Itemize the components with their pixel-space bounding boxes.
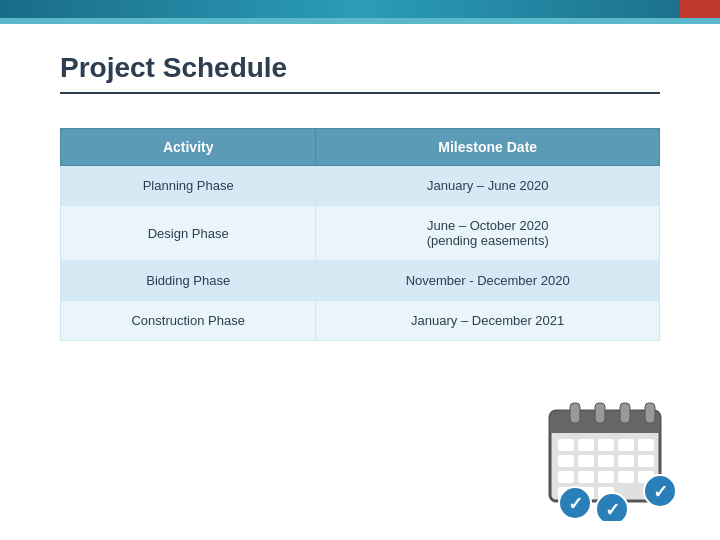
svg-rect-6 (645, 403, 655, 423)
milestone-cell: November - December 2020 (316, 261, 660, 301)
svg-rect-16 (638, 455, 654, 467)
svg-rect-8 (578, 439, 594, 451)
milestone-cell: January – June 2020 (316, 166, 660, 206)
table-row: Design PhaseJune – October 2020(pending … (61, 206, 660, 261)
svg-rect-7 (558, 439, 574, 451)
svg-rect-18 (578, 471, 594, 483)
svg-rect-19 (598, 471, 614, 483)
title-section: Project Schedule (0, 24, 720, 110)
top-bar (0, 0, 720, 18)
svg-rect-2 (550, 424, 660, 433)
table-row: Bidding PhaseNovember - December 2020 (61, 261, 660, 301)
svg-rect-3 (570, 403, 580, 423)
activity-cell: Construction Phase (61, 301, 316, 341)
page-title: Project Schedule (60, 52, 660, 94)
activity-cell: Design Phase (61, 206, 316, 261)
svg-rect-13 (578, 455, 594, 467)
table-row: Construction PhaseJanuary – December 202… (61, 301, 660, 341)
svg-rect-10 (618, 439, 634, 451)
svg-text:✓: ✓ (568, 494, 583, 514)
svg-text:✓: ✓ (605, 500, 620, 520)
svg-rect-12 (558, 455, 574, 467)
activity-cell: Bidding Phase (61, 261, 316, 301)
top-bar-accent (680, 0, 720, 18)
svg-rect-9 (598, 439, 614, 451)
calendar-icon: ✓ ✓ ✓ (540, 391, 680, 521)
calendar-decoration: ✓ ✓ ✓ (540, 391, 680, 525)
col-header-activity: Activity (61, 129, 316, 166)
svg-rect-4 (595, 403, 605, 423)
svg-rect-20 (618, 471, 634, 483)
svg-rect-11 (638, 439, 654, 451)
col-header-milestone: Milestone Date (316, 129, 660, 166)
table-row: Planning PhaseJanuary – June 2020 (61, 166, 660, 206)
svg-text:✓: ✓ (653, 482, 668, 502)
svg-rect-5 (620, 403, 630, 423)
svg-rect-15 (618, 455, 634, 467)
schedule-table: Activity Milestone Date Planning PhaseJa… (60, 128, 660, 341)
svg-rect-17 (558, 471, 574, 483)
activity-cell: Planning Phase (61, 166, 316, 206)
milestone-cell: June – October 2020(pending easements) (316, 206, 660, 261)
svg-rect-14 (598, 455, 614, 467)
milestone-cell: January – December 2021 (316, 301, 660, 341)
